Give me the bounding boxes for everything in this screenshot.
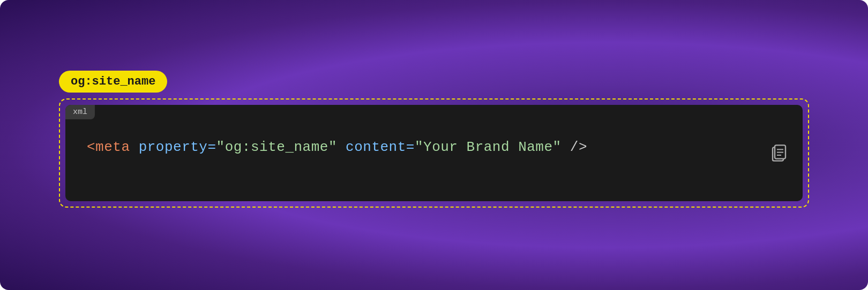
code-space-1 bbox=[130, 139, 139, 155]
code-tag-open: <meta bbox=[87, 139, 130, 155]
og-site-name-badge: og:site_name bbox=[59, 71, 167, 93]
code-block: xml <meta property="og:site_name" conten… bbox=[65, 105, 803, 201]
outer-container: og:site_name xml <meta property="og:site… bbox=[59, 82, 809, 208]
code-content: <meta property="og:site_name" content="Y… bbox=[87, 137, 781, 158]
code-space-2 bbox=[337, 139, 346, 155]
code-line: <meta property="og:site_name" content="Y… bbox=[87, 137, 587, 158]
copy-button[interactable] bbox=[766, 139, 792, 167]
language-badge: xml bbox=[65, 105, 95, 119]
code-attr-property: property= bbox=[139, 139, 216, 155]
code-val-content: "Your Brand Name" bbox=[415, 139, 562, 155]
code-attr-content: content= bbox=[346, 139, 415, 155]
dashed-border-box: xml <meta property="og:site_name" conten… bbox=[59, 98, 809, 208]
page-background: og:site_name xml <meta property="og:site… bbox=[0, 0, 868, 290]
clipboard-icon bbox=[770, 143, 788, 163]
code-val-property: "og:site_name" bbox=[216, 139, 337, 155]
code-tag-close: /> bbox=[562, 139, 587, 155]
